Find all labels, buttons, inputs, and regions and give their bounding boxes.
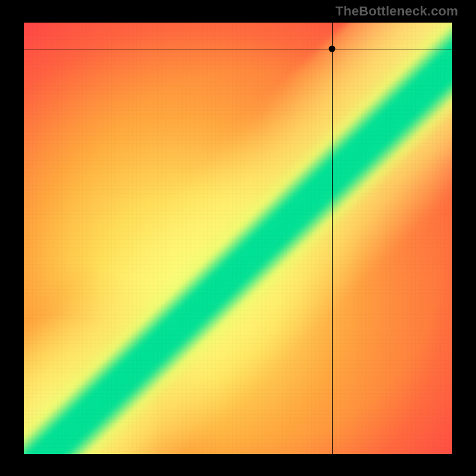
crosshair-horizontal bbox=[24, 49, 452, 49]
watermark-text: TheBottleneck.com bbox=[336, 4, 458, 19]
chart-frame: TheBottleneck.com bbox=[0, 0, 476, 476]
heatmap-plot bbox=[24, 23, 452, 454]
marker-dot bbox=[329, 45, 336, 52]
crosshair-vertical bbox=[332, 23, 333, 454]
